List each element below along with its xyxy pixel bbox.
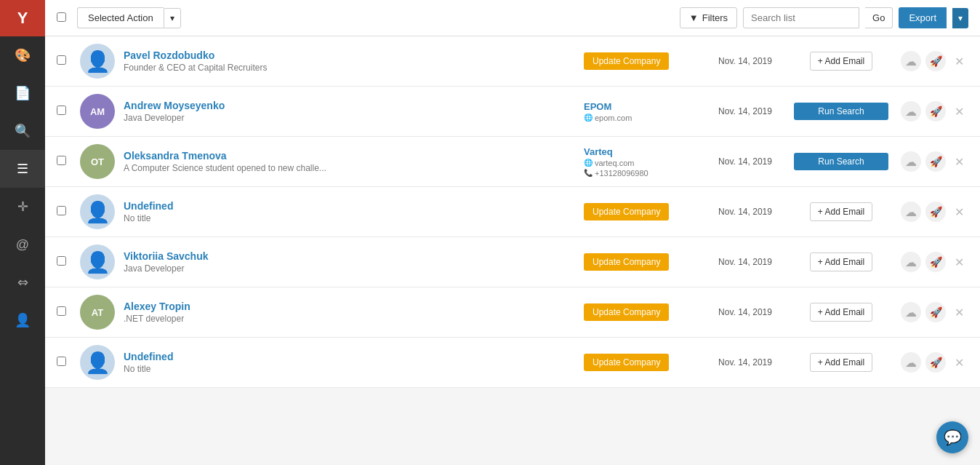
avatar-initials: AM <box>90 106 105 117</box>
sidebar-item-document[interactable]: 📄 <box>0 74 45 112</box>
contact-title: A Computer Science student opened to new… <box>124 163 575 173</box>
remove-button[interactable]: ✕ <box>950 154 968 170</box>
row-icons: ☁ 🚀 ✕ <box>901 302 968 322</box>
person-icon: 👤 <box>85 200 111 224</box>
row-checkbox[interactable] <box>57 205 71 218</box>
row-checkbox[interactable] <box>57 356 71 369</box>
remove-button[interactable]: ✕ <box>950 354 968 371</box>
remove-button[interactable]: ✕ <box>950 304 968 321</box>
contact-info: Viktoriia Savchuk Java Developer <box>124 250 575 274</box>
contact-date: Nov. 14, 2019 <box>709 357 782 367</box>
add-email-button[interactable]: + Add Email <box>810 303 872 322</box>
cloud-icon[interactable]: ☁ <box>901 202 921 222</box>
row-checkbox[interactable] <box>57 255 71 269</box>
rocket-icon[interactable]: 🚀 <box>925 252 946 272</box>
action-column: + Add Email <box>790 303 892 322</box>
row-checkbox[interactable] <box>57 306 71 319</box>
chat-bubble[interactable]: 💬 <box>936 421 968 453</box>
rocket-icon[interactable]: 🚀 <box>925 302 946 322</box>
avatar: OT <box>80 144 115 179</box>
rocket-icon[interactable]: 🚀 <box>925 101 946 122</box>
update-company-button[interactable]: Update Company <box>584 354 669 371</box>
cloud-icon[interactable]: ☁ <box>901 252 921 272</box>
sidebar-item-transfer[interactable]: ⇔ <box>0 263 45 301</box>
update-company-button[interactable]: Update Company <box>584 303 669 321</box>
table-row: OT Oleksandra Tmenova A Computer Science… <box>45 137 980 187</box>
filters-button[interactable]: ▼ Filters <box>680 7 737 28</box>
rocket-icon[interactable]: 🚀 <box>925 151 946 172</box>
sidebar-logo[interactable]: Y <box>0 0 45 36</box>
company-name[interactable]: EPOM <box>584 101 700 112</box>
selected-action-caret[interactable]: ▾ <box>164 8 181 28</box>
person-icon: 👤 <box>85 49 111 73</box>
cloud-icon[interactable]: ☁ <box>901 352 921 373</box>
selected-action-button[interactable]: Selected Action <box>77 7 164 28</box>
contact-title: .NET developer <box>124 314 575 324</box>
contact-name[interactable]: Viktoriia Savchuk <box>124 250 575 262</box>
search-input[interactable] <box>743 7 859 28</box>
update-company-button[interactable]: Update Company <box>584 203 669 220</box>
action-column: Run Search <box>790 153 892 170</box>
remove-button[interactable]: ✕ <box>950 204 968 220</box>
company-name[interactable]: Varteq <box>584 146 700 157</box>
remove-button[interactable]: ✕ <box>950 254 968 271</box>
add-email-button[interactable]: + Add Email <box>810 52 872 71</box>
row-icons: ☁ 🚀 ✕ <box>901 252 968 272</box>
export-button[interactable]: Export <box>899 7 947 28</box>
avatar-initials: OT <box>91 156 104 167</box>
company-website: 🌐epom.com <box>584 114 700 122</box>
rocket-icon[interactable]: 🚀 <box>925 352 946 373</box>
action-column: + Add Email <box>790 353 892 372</box>
cloud-icon[interactable]: ☁ <box>901 51 921 71</box>
main-content: Selected Action ▾ ▼ Filters Go Export ▾ … <box>45 0 980 465</box>
row-icons: ☁ 🚀 ✕ <box>901 101 968 122</box>
remove-button[interactable]: ✕ <box>950 103 968 120</box>
contact-name[interactable]: Andrew Moyseyenko <box>124 100 575 111</box>
company-column: Update Company <box>584 354 700 371</box>
select-all-checkbox[interactable] <box>57 12 71 25</box>
selected-action-dropdown[interactable]: Selected Action ▾ <box>77 7 181 28</box>
contact-info: Undefined No title <box>124 351 575 374</box>
contact-title: Java Developer <box>124 263 575 274</box>
add-email-button[interactable]: + Add Email <box>810 253 872 271</box>
row-icons: ☁ 🚀 ✕ <box>901 51 968 71</box>
cloud-icon[interactable]: ☁ <box>901 151 921 172</box>
cloud-icon[interactable]: ☁ <box>901 101 921 122</box>
contact-name[interactable]: Pavel Rozdobudko <box>124 49 575 61</box>
row-checkbox[interactable] <box>57 105 71 118</box>
sidebar: Y 🎨 📄 🔍 ☰ ✛ @ ⇔ 👤 <box>0 0 45 465</box>
run-search-button[interactable]: Run Search <box>794 153 888 170</box>
remove-button[interactable]: ✕ <box>950 53 968 70</box>
rocket-icon[interactable]: 🚀 <box>925 202 946 222</box>
contact-info: Undefined No title <box>124 200 575 223</box>
contact-name[interactable]: Undefined <box>124 200 575 212</box>
sidebar-item-list[interactable]: ☰ <box>0 150 45 188</box>
row-checkbox[interactable] <box>57 55 71 68</box>
row-checkbox[interactable] <box>57 155 71 168</box>
sidebar-item-palette[interactable]: 🎨 <box>0 36 45 74</box>
run-search-button[interactable]: Run Search <box>794 103 888 120</box>
add-email-button[interactable]: + Add Email <box>810 353 872 372</box>
filter-icon: ▼ <box>689 12 699 23</box>
contact-name[interactable]: Oleksandra Tmenova <box>124 150 575 162</box>
update-company-button[interactable]: Update Company <box>584 253 669 271</box>
sidebar-item-search[interactable]: 🔍 <box>0 112 45 150</box>
avatar-initials: AT <box>92 307 103 318</box>
sidebar-item-email[interactable]: @ <box>0 226 45 263</box>
contact-name[interactable]: Undefined <box>124 351 575 362</box>
go-button[interactable]: Go <box>865 7 893 28</box>
rocket-icon[interactable]: 🚀 <box>925 51 946 71</box>
contact-name[interactable]: Alexey Tropin <box>124 301 575 312</box>
contact-title: No title <box>124 364 575 374</box>
table-row: 👤 Undefined No title Update Company Nov.… <box>45 187 980 237</box>
cloud-icon[interactable]: ☁ <box>901 302 921 322</box>
sidebar-item-person[interactable]: 👤 <box>0 301 45 339</box>
company-column: EPOM🌐epom.com <box>584 101 700 122</box>
action-column: + Add Email <box>790 202 892 221</box>
avatar: 👤 <box>80 44 115 79</box>
add-email-button[interactable]: + Add Email <box>810 202 872 221</box>
export-caret[interactable]: ▾ <box>952 8 968 28</box>
update-company-button[interactable]: Update Company <box>584 52 669 70</box>
sidebar-item-crosshair[interactable]: ✛ <box>0 188 45 226</box>
company-column: Varteq🌐varteq.com📞+13128096980 <box>584 146 700 178</box>
